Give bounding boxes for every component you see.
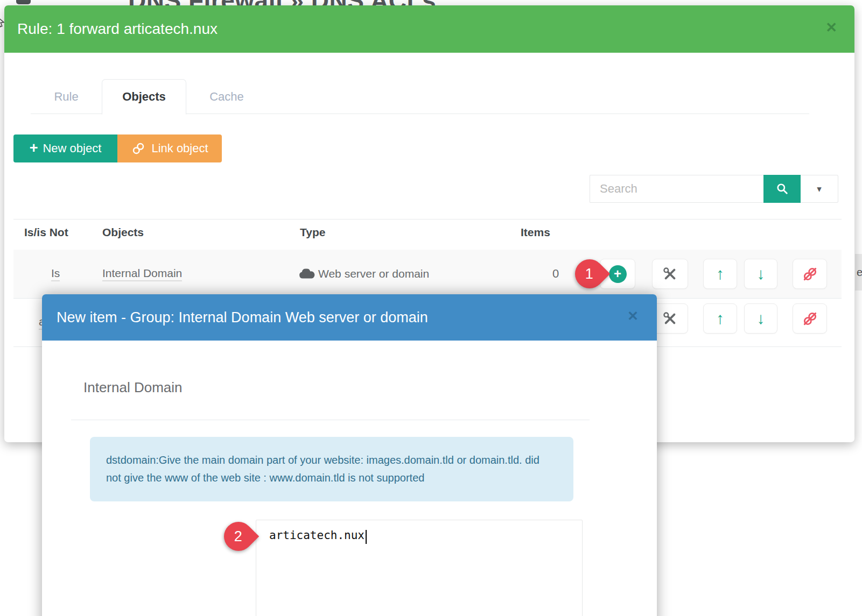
unlink-icon [803, 311, 817, 326]
chain-link-icon [131, 142, 146, 155]
edit-object-button[interactable] [652, 259, 688, 289]
tools-icon [663, 311, 677, 326]
new-item-modal-header: New item - Group: Internal Domain Web se… [42, 294, 657, 341]
search-options-button[interactable]: ▾ [801, 175, 838, 203]
items-count: 0 [552, 267, 559, 281]
domain-value: articatech.nux [269, 529, 365, 542]
condition-link[interactable]: Is [51, 267, 60, 281]
new-item-modal-title: New item - Group: Internal Domain Web se… [42, 309, 428, 326]
unlink-button[interactable] [793, 259, 827, 289]
column-header-type: Type [300, 226, 325, 239]
unlink-icon [803, 267, 817, 281]
divider [71, 420, 590, 420]
arrow-up-icon: ↑ [716, 266, 724, 282]
move-up-button-row2[interactable]: ↑ [703, 303, 737, 334]
object-link[interactable]: Internal Domain [102, 267, 182, 281]
link-object-button[interactable]: Link object [117, 134, 222, 162]
search-button[interactable] [763, 175, 801, 203]
link-object-label: Link object [151, 141, 208, 155]
tab-objects[interactable]: Objects [102, 79, 186, 115]
tab-rule[interactable]: Rule [31, 79, 102, 115]
screen: DNS Firewall » DNS ACLs ed Rule: 1 forwa… [0, 0, 862, 616]
help-text: dstdomain:Give the main domain part of y… [106, 451, 553, 487]
step-1-number: 1 [585, 266, 593, 282]
column-header-objects: Objects [102, 226, 144, 239]
text-cursor [366, 530, 367, 544]
tools-icon [663, 267, 677, 281]
step-2-number: 2 [234, 528, 242, 545]
move-down-button-row2[interactable]: ↓ [744, 303, 777, 334]
arrow-up-icon: ↑ [716, 310, 724, 327]
background-table-fragment: ed [855, 254, 862, 291]
tab-cache[interactable]: Cache [186, 79, 267, 115]
domain-textarea[interactable]: articatech.nux [256, 520, 583, 616]
search-icon [776, 182, 789, 195]
plus-icon: + [30, 141, 38, 155]
new-object-label: New object [43, 141, 101, 155]
header-button-fragment [16, 0, 31, 4]
group-name-heading: Internal Domain [83, 379, 183, 396]
type-label: Web server or domain [318, 267, 429, 280]
move-down-button[interactable]: ↓ [744, 259, 777, 289]
add-plus-icon: + [609, 265, 627, 283]
column-header-condition: Is/is Not [24, 226, 68, 239]
chevron-down-icon: ▾ [817, 183, 822, 195]
edit-object-button-row2[interactable] [652, 303, 688, 334]
tab-bar: Rule Objects Cache [31, 79, 809, 114]
background-fragment-text: ed [855, 266, 862, 279]
rule-modal-title: Rule: 1 forward articatech.nux [4, 20, 218, 38]
search-input[interactable] [590, 175, 763, 203]
unlink-button-row2[interactable] [793, 303, 827, 334]
help-info-box: dstdomain:Give the main domain part of y… [90, 437, 573, 501]
new-object-button[interactable]: + New object [13, 134, 117, 162]
arrow-down-icon: ↓ [757, 310, 765, 327]
move-up-button[interactable]: ↑ [703, 259, 737, 289]
rule-modal-header: Rule: 1 forward articatech.nux ✕ [4, 5, 854, 53]
cloud-icon [299, 269, 315, 279]
column-header-items: Items [521, 226, 550, 239]
step-2-badge: 2 [218, 516, 259, 557]
new-item-modal-dialog: New item - Group: Internal Domain Web se… [42, 294, 657, 616]
arrow-down-icon: ↓ [757, 266, 765, 282]
close-icon[interactable]: ✕ [627, 309, 639, 323]
table-top-border [13, 219, 842, 220]
close-icon[interactable]: ✕ [825, 20, 837, 34]
